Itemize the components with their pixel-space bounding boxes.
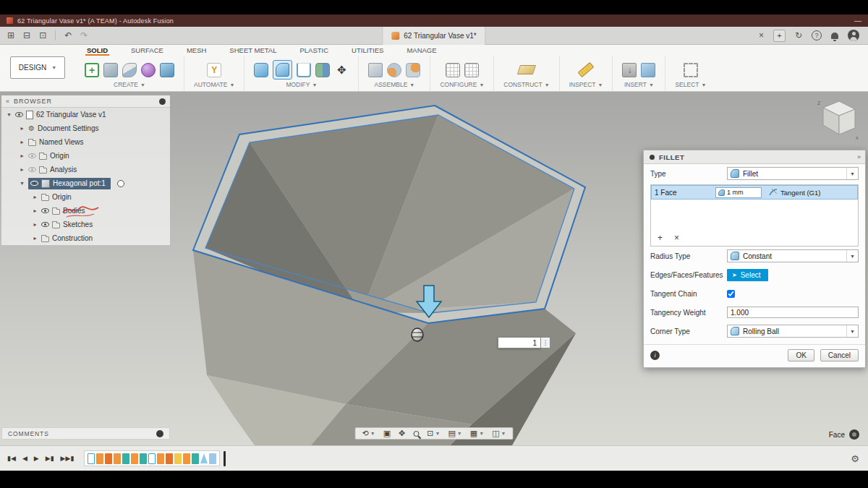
drag-grip-icon[interactable]: ⋮ — [541, 337, 550, 348]
tangency-weight-input[interactable] — [727, 307, 859, 318]
minimize-button[interactable]: — — [854, 17, 861, 25]
viewports-icon[interactable]: ◫▼ — [492, 429, 506, 437]
chevron-down-icon[interactable]: ▼ — [846, 325, 858, 337]
grid-settings-icon[interactable]: ▦▼ — [470, 429, 484, 437]
user-avatar[interactable] — [848, 30, 859, 41]
close-tab-icon[interactable]: × — [759, 30, 764, 40]
browser-item-origin[interactable]: ▸ Origin — [1, 149, 170, 163]
continuity-dropdown[interactable]: Tangent (G1) — [769, 188, 820, 197]
combine-icon[interactable] — [315, 63, 330, 77]
visibility-eye-icon[interactable] — [41, 222, 49, 227]
expand-arrow-icon[interactable]: ▸ — [19, 125, 25, 132]
ok-button[interactable]: OK — [788, 349, 814, 361]
select-button[interactable]: ➤ Select — [727, 269, 768, 281]
visibility-eye-icon[interactable] — [41, 208, 49, 213]
browser-item-root[interactable]: ▾ 62 Triangular Vase v1 — [1, 108, 170, 121]
expand-arrow-icon[interactable]: ▸ — [32, 194, 38, 200]
comments-badge-icon[interactable] — [156, 430, 163, 437]
look-at-icon[interactable]: ▣ — [383, 429, 391, 437]
create-sketch-icon[interactable] — [85, 63, 99, 77]
play-button[interactable]: ▶ — [34, 455, 39, 462]
timeline-feature-icon[interactable] — [105, 453, 112, 464]
configuration-table-icon[interactable] — [446, 63, 460, 77]
select-tool-icon[interactable] — [684, 63, 698, 77]
browser-item-hexagonal-pot[interactable]: ▾ Hexagonal pot:1 — [1, 176, 170, 190]
timeline-feature-icon[interactable] — [122, 453, 129, 464]
press-pull-icon[interactable] — [254, 63, 268, 77]
tab-solid[interactable]: SOLID — [85, 45, 109, 56]
create-primitive-icon[interactable] — [103, 63, 118, 77]
visibility-eye-icon[interactable] — [30, 181, 38, 186]
corner-type-dropdown[interactable]: Rolling Ball ▼ — [727, 325, 859, 338]
group-label-assemble[interactable]: ASSEMBLE▼ — [375, 81, 415, 90]
as-built-joint-icon[interactable] — [406, 63, 420, 77]
chevron-down-icon[interactable]: ▼ — [846, 168, 858, 179]
timeline-feature-icon[interactable] — [96, 453, 103, 464]
expand-arrow-icon[interactable]: ▸ — [19, 139, 25, 145]
comments-bar[interactable]: COMMENTS — [1, 427, 170, 440]
joint-icon[interactable] — [387, 63, 401, 77]
collapse-arrow-icon[interactable]: ▾ — [19, 180, 25, 187]
browser-item-named-views[interactable]: ▸ Named Views — [1, 135, 170, 149]
new-component-icon[interactable] — [368, 63, 383, 77]
group-label-construct[interactable]: CONSTRUCT▼ — [503, 81, 549, 90]
step-forward-button[interactable]: ▶▮ — [46, 455, 54, 462]
expand-arrow-icon[interactable]: ▸ — [32, 235, 38, 241]
timeline-feature-icon[interactable] — [174, 453, 182, 464]
group-label-configure[interactable]: CONFIGURE▼ — [440, 81, 484, 90]
group-label-insert[interactable]: INSERT▼ — [624, 81, 654, 90]
timeline-feature-icon[interactable] — [114, 453, 121, 464]
redo-icon[interactable]: ↷ — [80, 30, 88, 40]
insert-mesh-icon[interactable] — [622, 63, 637, 77]
new-tab-button[interactable]: + — [773, 30, 786, 42]
group-label-modify[interactable]: MODIFY▼ — [286, 81, 317, 90]
save-icon[interactable]: ⊡ — [39, 30, 46, 40]
group-label-inspect[interactable]: INSPECT▼ — [569, 81, 603, 90]
info-icon[interactable]: i — [650, 351, 660, 360]
decal-icon[interactable] — [641, 63, 655, 77]
timeline-feature-icon[interactable] — [200, 453, 208, 463]
extensions-icon[interactable]: ↻ — [795, 30, 802, 40]
radius-field[interactable]: 1 mm — [715, 187, 762, 198]
timeline-settings-gear-icon[interactable]: ⚙ — [851, 453, 868, 464]
selected-component-highlight[interactable]: Hexagonal pot:1 — [28, 178, 111, 189]
tab-surface[interactable]: SURFACE — [129, 45, 165, 56]
timeline-position-marker[interactable] — [224, 451, 226, 466]
selection-filter-badge-icon[interactable] — [849, 429, 859, 440]
selected-fillet-row[interactable]: 1 Face 1 mm Tangent (G1) — [651, 185, 858, 200]
add-selection-button[interactable]: + — [658, 234, 663, 242]
fillet-icon[interactable] — [276, 63, 289, 77]
notification-bell-icon[interactable] — [831, 33, 838, 39]
tab-manage[interactable]: MANAGE — [405, 45, 438, 56]
visibility-eye-icon[interactable] — [15, 112, 23, 117]
timeline-feature-icon[interactable] — [140, 453, 147, 464]
browser-item-origin-2[interactable]: ▸ Origin — [1, 190, 170, 204]
step-back-button[interactable]: ◀ — [22, 455, 27, 462]
cancel-button[interactable]: Cancel — [820, 349, 859, 361]
browser-header[interactable]: « BROWSER — [1, 95, 170, 108]
collapse-panel-icon[interactable]: « — [6, 98, 9, 105]
orbit-icon[interactable]: ⟲▼ — [362, 429, 375, 437]
create-form-icon[interactable] — [141, 63, 156, 77]
collapse-arrow-icon[interactable]: ▾ — [6, 111, 12, 118]
sweep-loft-icon[interactable] — [122, 63, 137, 77]
fit-icon[interactable]: ⊡▼ — [427, 429, 440, 437]
tab-mesh[interactable]: MESH — [185, 45, 208, 56]
browser-item-document-settings[interactable]: ▸ ⚙ Document Settings — [1, 121, 170, 135]
browser-item-bodies[interactable]: ▸ Bodies — [1, 204, 170, 218]
configure-features-icon[interactable] — [464, 63, 479, 77]
radius-type-dropdown[interactable]: Constant ▼ — [727, 249, 859, 262]
pan-icon[interactable]: ✥ — [399, 429, 405, 437]
timeline-feature-icon[interactable] — [131, 453, 138, 464]
timeline-feature-icon[interactable] — [166, 453, 173, 464]
timeline-feature-icon[interactable] — [88, 453, 95, 464]
zoom-icon[interactable] — [413, 431, 419, 437]
skip-to-end-button[interactable]: ▶▶▮ — [61, 455, 75, 462]
visibility-eye-icon[interactable] — [28, 153, 36, 158]
view-cube[interactable]: Z x — [814, 96, 861, 142]
skip-to-start-button[interactable]: ▮◀ — [7, 455, 16, 462]
tab-utilities[interactable]: UTILITIES — [350, 45, 385, 56]
activate-component-radio[interactable] — [117, 180, 124, 187]
create-box-icon[interactable] — [160, 63, 174, 77]
group-label-automate[interactable]: AUTOMATE▼ — [194, 81, 234, 90]
